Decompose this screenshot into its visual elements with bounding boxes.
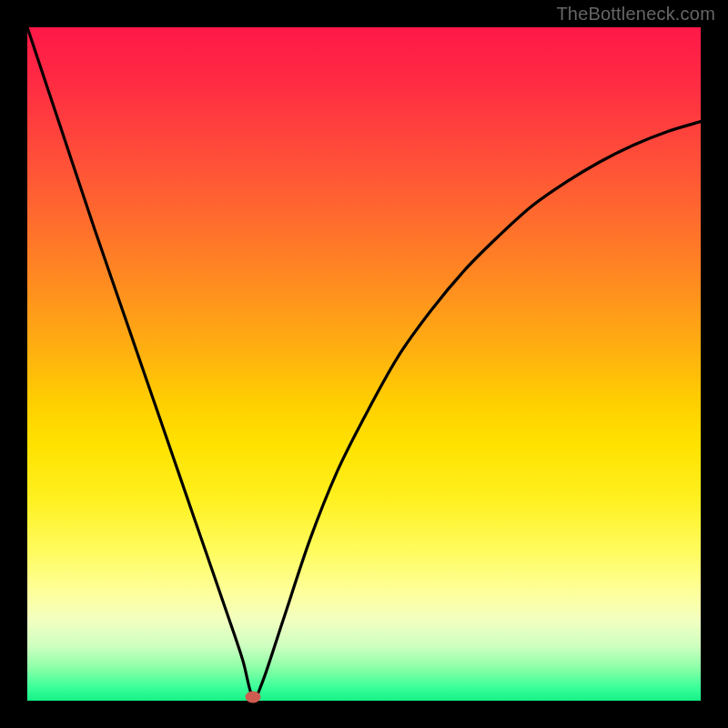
chart-container: TheBottleneck.com: [0, 0, 728, 728]
optimal-point-marker: [245, 692, 260, 703]
bottleneck-curve: [27, 27, 701, 701]
watermark-text: TheBottleneck.com: [556, 4, 715, 25]
plot-area: [27, 27, 701, 701]
curve-path: [27, 27, 701, 698]
